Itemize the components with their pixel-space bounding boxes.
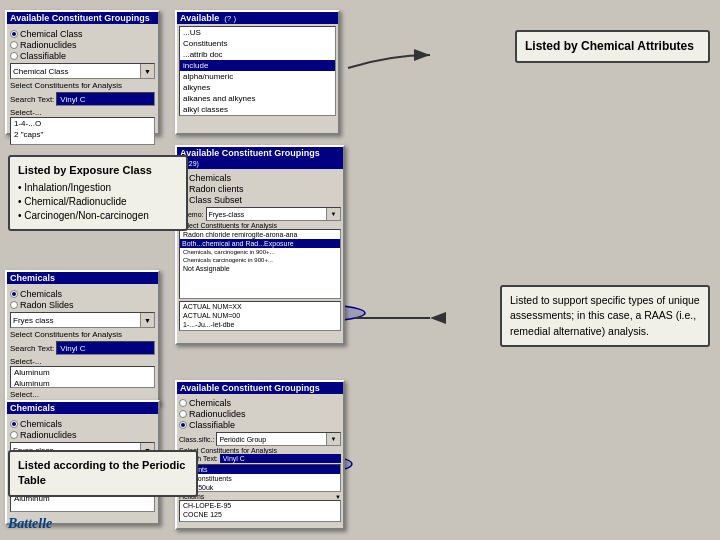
chemical-class-combo[interactable]: Chemical Class ▼ (10, 63, 155, 79)
battelle-logo: Battelle (8, 516, 52, 532)
callout-periodic-table: Listed according to the Periodic Table (8, 450, 198, 497)
list-item[interactable]: alkynes (180, 82, 335, 93)
bullet-chemical: • Chemical/Radionuclide (18, 195, 178, 209)
callout-exposure-class: Listed by Exposure Class • Inhalation/In… (8, 155, 188, 231)
top-right-panel: Available (? ) ...US Constituents ...att… (175, 10, 340, 135)
bot-right-combo[interactable]: Periodic Group ▼ (216, 432, 341, 446)
combo-arrow-3[interactable]: ▼ (326, 208, 340, 220)
bot-right-combo2: Heliums ▼ (179, 493, 341, 500)
top-left-radio-group: Chemical Class Radionuclides Classifiabl… (10, 29, 155, 61)
top-left-panel: Available Constituent Groupings Chemical… (5, 10, 160, 135)
list-item[interactable]: ...attrib doc (180, 49, 335, 60)
radio-chemical-class[interactable]: Chemical Class (10, 29, 155, 39)
mid-right-combo-row: Chemo: Fryes-class ▼ (179, 207, 341, 221)
list-item[interactable]: CH-LOPE-E-95 (180, 501, 340, 510)
radio-chem-3[interactable]: Chemicals (179, 173, 341, 183)
list-item[interactable]: Constituents (180, 38, 335, 49)
mid-left-panel: Chemicals Chemicals Radon Slides Fryes c… (5, 270, 160, 405)
select-label-2: Select Constituents for Analysis (10, 330, 155, 339)
list-item[interactable]: 1-...-Ju...-let-dbe (180, 320, 340, 329)
bot-right-title: Available Constituent Groupings (177, 382, 343, 394)
list-item[interactable]: Aluminum (11, 367, 154, 378)
list-item-selected[interactable]: include (180, 60, 335, 71)
top-left-listbox: 1-4-...O 2 "caps" (10, 117, 155, 145)
top-right-listbox: ...US Constituents ...attrib doc include… (179, 26, 336, 116)
search-input-2[interactable]: Vinyl C (56, 341, 155, 355)
mid-left-listbox: Aluminum Aluminum (10, 366, 155, 388)
search-input-1[interactable]: Vinyl C (56, 92, 155, 106)
list-item[interactable]: 2 "caps" (11, 129, 154, 140)
bullet-inhalation: • Inhalation/Ingestion (18, 181, 178, 195)
bot-right-radio-group: Chemicals Radionuclides Classifiable (179, 398, 341, 430)
search-box-5: Search Text: Vinyl C (179, 454, 341, 463)
list-item[interactable]: All Constituents (180, 474, 340, 483)
bot-left-title: Chemicals (7, 402, 158, 414)
list-item[interactable]: ACTUAL NUM=XX (180, 302, 340, 311)
list-item[interactable]: alkanes and alkynes (180, 93, 335, 104)
search-input-5[interactable]: Vinyl C (220, 454, 341, 463)
list-item[interactable]: COCNE 125 (180, 510, 340, 519)
list-item[interactable]: TCC (180, 329, 340, 331)
callout-support-specific: Listed to support specific types of uniq… (500, 285, 710, 347)
select-label-extra: Select-... (10, 108, 155, 117)
mid-right-panel: Available Constituent Groupings (229) Ch… (175, 145, 345, 345)
main-container: Available Constituent Groupings Chemical… (0, 0, 720, 540)
bot-right-combo-row: Class.sific.: Periodic Group ▼ (179, 432, 341, 446)
bullet-carcinogen: • Carcinogen/Non-carcinogen (18, 209, 178, 223)
list-item[interactable]: Not Assignable (180, 264, 340, 273)
mid-left-radio-group: Chemicals Radon Slides (10, 289, 155, 310)
top-left-title: Available Constituent Groupings (7, 12, 158, 24)
list-item[interactable]: alpha/numeric (180, 71, 335, 82)
bot-left-radio-group: Chemicals Radionuclides (10, 419, 155, 440)
bot-right-select-label: Select Constituents for Analysis (179, 447, 341, 454)
combo-arrow-1[interactable]: ▼ (140, 64, 154, 78)
radio-class-subset[interactable]: Class Subset (179, 195, 341, 205)
list-item[interactable]: Noo-50uk (180, 483, 340, 492)
mid-right-title: Available Constituent Groupings (229) (177, 147, 343, 169)
callout-chem-attr: Listed by Chemical Attributes (515, 30, 710, 63)
list-item[interactable]: TOF (180, 519, 340, 522)
list-item[interactable]: Chemicals, carcinogenic in 900+... (180, 248, 340, 256)
list-item[interactable]: alkyl classes (180, 104, 335, 115)
bot-right-listbox: In Jents All Constituents Noo-50uk Lanth… (179, 464, 341, 492)
select-label-3: Select Constituents for Analysis (179, 222, 341, 229)
mid-right-combo[interactable]: Fryes-class ▼ (206, 207, 341, 221)
radio-radionuclides-5[interactable]: Radionuclides (179, 409, 341, 419)
radio-chemicals-5[interactable]: Chemicals (179, 398, 341, 408)
select-label-1: Select Constituents for Analysis (10, 81, 155, 90)
radio-radon-2[interactable]: Radon Slides (10, 300, 155, 310)
radio-chem-4[interactable]: Chemicals (10, 419, 155, 429)
mid-left-extra: Select... (10, 390, 155, 399)
radio-chem-2[interactable]: Chemicals (10, 289, 155, 299)
radio-classifiable-1[interactable]: Classifiable (10, 51, 155, 61)
radio-radionuclides-1[interactable]: Radionuclides (10, 40, 155, 50)
radio-radionuclides-4[interactable]: Radionuclides (10, 430, 155, 440)
radio-classifiable-5[interactable]: Classifiable (179, 420, 341, 430)
combo-arrow-5[interactable]: ▼ (326, 433, 340, 445)
search-box-2: Search Text: Vinyl C (10, 341, 155, 355)
list-item[interactable]: Chemicals carcinogenic in 900+... (180, 256, 340, 264)
list-item[interactable]: ...US (180, 27, 335, 38)
mid-right-bottom-listbox: ACTUAL NUM=XX ACTUAL NUM=00 1-...-Ju...-… (179, 301, 341, 331)
list-item[interactable]: ACTUAL NUM=00 (180, 311, 340, 320)
list-item[interactable]: 1-4-...O (11, 118, 154, 129)
search-box-1: Search Text: Vinyl C (10, 92, 155, 106)
mid-left-combo[interactable]: Fryes class ▼ (10, 312, 155, 328)
mid-right-listbox: Radon chloride remirogite-arona-ana Both… (179, 229, 341, 299)
list-item[interactable]: Radon chloride remirogite-arona-ana (180, 230, 340, 239)
top-right-title: Available (? ) (177, 12, 338, 24)
bot-right-panel: Available Constituent Groupings Chemical… (175, 380, 345, 530)
list-item-selected[interactable]: Both...chemical and Rad...Exposure (180, 239, 340, 248)
list-item[interactable]: Aluminum (11, 378, 154, 388)
radio-radon-clients[interactable]: Radon clients (179, 184, 341, 194)
bot-right-bottom-listbox: CH-LOPE-E-95 COCNE 125 TOF (179, 500, 341, 522)
combo-arrow-2[interactable]: ▼ (140, 313, 154, 327)
mid-left-combo-row: Select-... (10, 357, 155, 366)
mid-right-radio-group: Chemicals Radon clients Class Subset (179, 173, 341, 205)
mid-left-title: Chemicals (7, 272, 158, 284)
list-item-selected[interactable]: In Jents (180, 465, 340, 474)
